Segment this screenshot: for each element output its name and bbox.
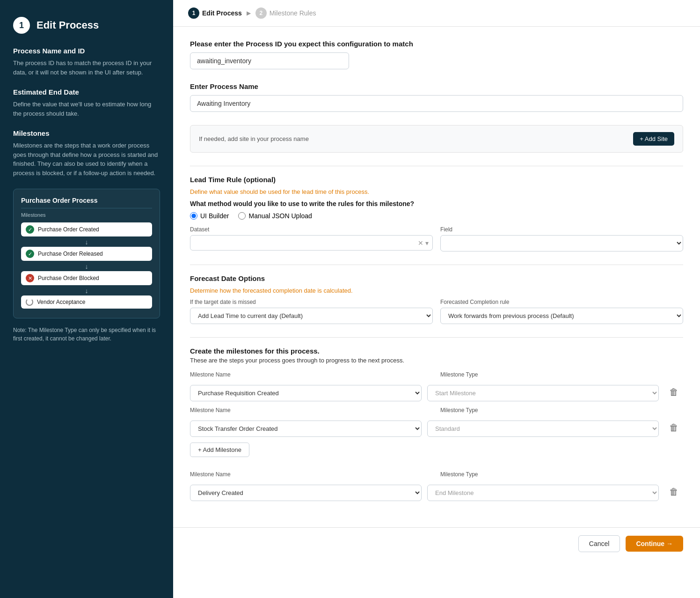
milestones-form-section: Create the milestones for this process. …: [190, 347, 683, 501]
milestone-type-select-2[interactable]: Standard: [427, 421, 659, 437]
sidebar-section-title-milestones: Milestones: [13, 129, 160, 137]
lead-time-sublabel: Define what value should be used for the…: [190, 188, 683, 195]
milestone-type-select-3[interactable]: End Milestone: [427, 485, 659, 501]
form-area: Please enter the Process ID you expect t…: [173, 27, 700, 527]
milestone-type-col-label-3: Milestone Type: [440, 471, 683, 478]
sidebar-step-badge: 1: [13, 17, 30, 34]
forecast-section: Forecast Date Options Determine how the …: [190, 274, 683, 324]
target-missed-label: If the target date is missed: [190, 299, 433, 305]
dataset-field-row: Dataset ✕ ▾ Field: [190, 226, 683, 251]
process-name-label: Enter Process Name: [190, 82, 683, 90]
process-card-title: Purchase Order Process: [21, 197, 152, 208]
arrow-down-icon: ↓: [21, 238, 152, 246]
check-icon: ✓: [26, 250, 34, 258]
list-item: ✕ Purchase Order Blocked: [21, 271, 152, 285]
radio-ui-builder-input[interactable]: [190, 212, 197, 220]
dataset-select-controls: ✕ ▾: [414, 239, 432, 247]
sidebar-section-text-end-date: Define the value that we'll use to estim…: [13, 100, 160, 118]
divider-3: [190, 337, 683, 338]
dataset-select[interactable]: ✕ ▾: [190, 235, 433, 251]
breadcrumb-arrow-icon: ▶: [247, 10, 251, 16]
radio-manual-json[interactable]: Manual JSON Upload: [238, 212, 312, 220]
arrow-down-icon: ↓: [21, 263, 152, 270]
spinner-icon: [26, 298, 33, 306]
milestone-row-2-labels: Milestone Name Milestone Type: [190, 407, 683, 416]
radio-ui-builder-label: UI Builder: [200, 212, 229, 220]
add-milestone-container: + Add Milestone: [190, 443, 683, 466]
field-group: Field: [440, 226, 683, 251]
process-id-input[interactable]: [190, 52, 349, 69]
sidebar-section-text-milestones: Milestones are the steps that a work ord…: [13, 141, 160, 177]
delete-milestone-button-2[interactable]: 🗑: [664, 419, 683, 437]
dataset-input[interactable]: [190, 236, 414, 250]
sidebar-section-process-name: Process Name and ID The process ID has t…: [13, 47, 160, 77]
form-footer: Cancel Continue →: [173, 527, 700, 560]
error-icon: ✕: [26, 274, 34, 282]
completion-rule-select[interactable]: Work forwards from previous process (Def…: [440, 308, 683, 324]
delete-milestone-button-1[interactable]: 🗑: [664, 383, 683, 401]
breadcrumb-step-1: 1 Edit Process: [188, 7, 242, 19]
milestone-type-col-label-1: Milestone Type: [440, 371, 683, 378]
process-card: Purchase Order Process Milestones ✓ Purc…: [13, 189, 160, 318]
sidebar-header: 1 Edit Process: [13, 17, 160, 34]
method-label: What method would you like to use to wri…: [190, 200, 683, 207]
milestone-name-select-2[interactable]: Stock Transfer Order Created: [190, 421, 422, 437]
sidebar: 1 Edit Process Process Name and ID The p…: [0, 0, 173, 598]
breadcrumb-step-1-label: Edit Process: [202, 9, 242, 17]
milestone-type-select-1[interactable]: Start Milestone: [427, 385, 659, 401]
breadcrumb-step-2-label: Milestone Rules: [270, 9, 316, 17]
radio-manual-json-label: Manual JSON Upload: [248, 212, 312, 220]
milestone-name-col-label-1: Milestone Name: [190, 371, 433, 378]
target-missed-select[interactable]: Add Lead Time to current day (Default): [190, 308, 433, 324]
milestone-row-1: Purchase Requisition Created Start Miles…: [190, 383, 683, 401]
milestone-name: Purchase Order Blocked: [38, 275, 99, 281]
milestones-form-sub: These are the steps your process goes th…: [190, 357, 683, 364]
process-id-label: Please enter the Process ID you expect t…: [190, 40, 683, 48]
process-name-input[interactable]: [190, 95, 683, 112]
process-name-section: Enter Process Name: [190, 82, 683, 112]
divider: [190, 166, 683, 166]
radio-manual-json-input[interactable]: [238, 212, 246, 220]
milestone-row-2: Stock Transfer Order Created Standard 🗑: [190, 419, 683, 437]
sidebar-section-text-process: The process ID has to match the process …: [13, 59, 160, 77]
milestones-form-title: Create the milestones for this process.: [190, 347, 683, 355]
milestone-name-col-label-2: Milestone Name: [190, 407, 433, 413]
field-label: Field: [440, 226, 683, 233]
sidebar-section-title-end-date: Estimated End Date: [13, 88, 160, 96]
lead-time-section: Lead Time Rule (optional) Define what va…: [190, 176, 683, 251]
forecast-label: Forecast Date Options: [190, 274, 683, 282]
check-icon: ✓: [26, 225, 34, 234]
continue-button[interactable]: Continue →: [626, 536, 683, 552]
breadcrumb: 1 Edit Process ▶ 2 Milestone Rules: [173, 0, 700, 27]
divider-2: [190, 265, 683, 265]
site-banner-text: If needed, add site in your process name: [199, 135, 309, 142]
milestones-label: Milestones: [21, 212, 152, 218]
process-id-section: Please enter the Process ID you expect t…: [190, 40, 683, 69]
radio-ui-builder[interactable]: UI Builder: [190, 212, 229, 220]
sidebar-section-milestones: Milestones Milestones are the steps that…: [13, 129, 160, 177]
forecast-sublabel: Determine how the forecasted completion …: [190, 287, 683, 294]
milestone-name-select-3[interactable]: Delivery Created: [190, 485, 422, 501]
milestone-name-select-1[interactable]: Purchase Requisition Created: [190, 385, 422, 401]
breadcrumb-step-2-number: 2: [255, 7, 267, 19]
milestone-name: Purchase Order Created: [38, 226, 99, 233]
add-milestone-button[interactable]: + Add Milestone: [190, 443, 249, 457]
chevron-down-icon[interactable]: ▾: [425, 239, 429, 247]
clear-icon[interactable]: ✕: [418, 239, 423, 247]
sidebar-section-end-date: Estimated End Date Define the value that…: [13, 88, 160, 118]
field-select[interactable]: [440, 235, 683, 251]
milestone-name: Vendor Acceptance: [37, 299, 85, 305]
delete-milestone-button-3[interactable]: 🗑: [664, 483, 683, 501]
milestone-name: Purchase Order Released: [38, 251, 103, 257]
list-item: ✓ Purchase Order Created: [21, 222, 152, 236]
breadcrumb-step-2: 2 Milestone Rules: [255, 7, 316, 19]
milestone-name-col-label-3: Milestone Name: [190, 471, 433, 478]
milestone-type-col-label-2: Milestone Type: [440, 407, 683, 413]
milestone-row-labels: Milestone Name Milestone Type: [190, 371, 683, 380]
sidebar-title: Edit Process: [36, 19, 99, 31]
completion-rule-group: Forecasted Completion rule Work forwards…: [440, 299, 683, 324]
site-banner: If needed, add site in your process name…: [190, 125, 683, 153]
add-site-button[interactable]: + Add Site: [633, 132, 674, 146]
cancel-button[interactable]: Cancel: [578, 535, 620, 552]
dataset-field-group: Dataset ✕ ▾: [190, 226, 433, 251]
